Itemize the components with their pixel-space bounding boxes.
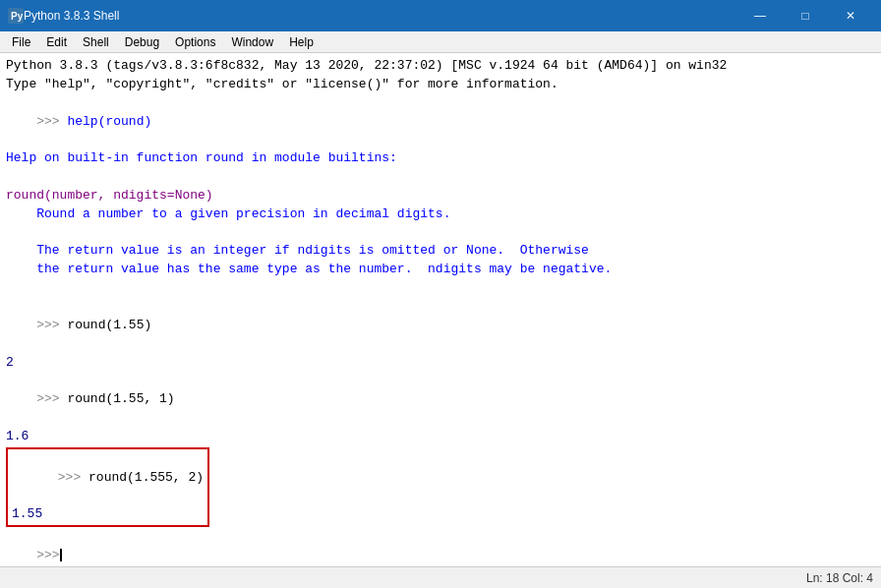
output-line-4: round(number, ndigits=None) bbox=[6, 187, 875, 206]
cmd-1: help(round) bbox=[67, 114, 151, 129]
shell-output-area[interactable]: Python 3.8.3 (tags/v3.8.3:6f8c832, May 1… bbox=[0, 53, 881, 566]
status-bar: Ln: 18 Col: 4 bbox=[0, 566, 881, 588]
input-line-1: >>> help(round) bbox=[6, 94, 875, 150]
input-line-4: >>> round(1.555, 2) bbox=[12, 450, 204, 506]
output-line-6: The return value is an integer if ndigit… bbox=[6, 242, 875, 261]
menu-file[interactable]: File bbox=[4, 33, 38, 51]
prompt-2: >>> bbox=[36, 318, 67, 332]
blank-3 bbox=[6, 279, 875, 298]
prompt-4: >>> bbox=[58, 470, 88, 485]
python-icon: Py bbox=[8, 8, 24, 24]
cmd-4: round(1.555, 2) bbox=[88, 470, 204, 485]
window-title: Python 3.8.3 Shell bbox=[24, 9, 737, 23]
minimize-button[interactable]: — bbox=[737, 0, 783, 31]
output-line-1: Python 3.8.3 (tags/v3.8.3:6f8c832, May 1… bbox=[6, 57, 875, 76]
prompt-current: >>> bbox=[36, 548, 59, 562]
menu-edit[interactable]: Edit bbox=[38, 33, 75, 51]
output-line-2: Type "help", "copyright", "credits" or "… bbox=[6, 76, 875, 94]
title-bar: Py Python 3.8.3 Shell — □ ✕ bbox=[0, 0, 881, 31]
output-line-3: Help on built-in function round in modul… bbox=[6, 149, 875, 168]
highlight-box: >>> round(1.555, 2) 1.55 bbox=[6, 447, 209, 527]
menu-bar: File Edit Shell Debug Options Window Hel… bbox=[0, 31, 881, 53]
current-prompt-line[interactable]: >>> bbox=[6, 528, 875, 566]
output-num-3: 1.55 bbox=[12, 505, 204, 524]
cursor-position: Ln: 18 Col: 4 bbox=[806, 571, 873, 585]
window-controls: — □ ✕ bbox=[737, 0, 873, 31]
blank-2 bbox=[6, 224, 875, 243]
prompt-1: >>> bbox=[36, 114, 67, 129]
menu-shell[interactable]: Shell bbox=[75, 33, 117, 51]
menu-window[interactable]: Window bbox=[223, 33, 281, 51]
blank-1 bbox=[6, 168, 875, 187]
output-line-7: the return value has the same type as th… bbox=[6, 261, 875, 279]
menu-options[interactable]: Options bbox=[167, 33, 223, 51]
cursor bbox=[60, 549, 62, 561]
cmd-2: round(1.55) bbox=[67, 318, 151, 332]
output-num-2: 1.6 bbox=[6, 428, 875, 446]
close-button[interactable]: ✕ bbox=[828, 0, 873, 31]
maximize-button[interactable]: □ bbox=[783, 0, 828, 31]
output-line-5: Round a number to a given precision in d… bbox=[6, 206, 875, 224]
input-line-3: >>> round(1.55, 1) bbox=[6, 372, 875, 428]
cmd-3: round(1.55, 1) bbox=[67, 391, 174, 406]
output-num-1: 2 bbox=[6, 354, 875, 373]
svg-text:Py: Py bbox=[11, 11, 24, 22]
menu-help[interactable]: Help bbox=[281, 33, 322, 51]
input-line-2: >>> round(1.55) bbox=[6, 298, 875, 354]
menu-debug[interactable]: Debug bbox=[117, 33, 167, 51]
prompt-3: >>> bbox=[36, 391, 67, 406]
